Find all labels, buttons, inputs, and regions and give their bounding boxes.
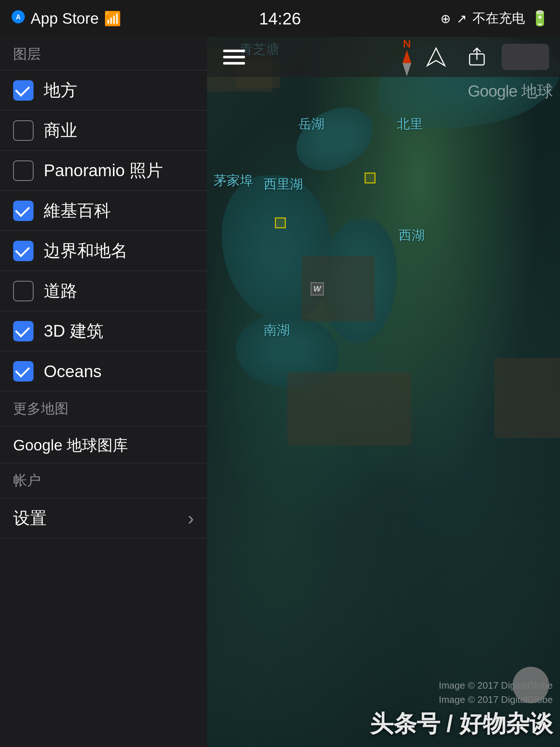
map-area[interactable]: N Google 地球 青芝塘 岳湖 北里 西里湖 (207, 37, 560, 747)
layer-roads-label: 道路 (44, 280, 77, 302)
bottom-watermark: 头条号 / 好物杂谈 (370, 708, 553, 740)
layer-local[interactable]: 地方 (0, 70, 207, 111)
layer-borders-label: 边界和地名 (44, 240, 128, 262)
sidebar: 图层 地方 商业 Panoramio 照片 維基百科 边界和地名 道路 3D 建… (0, 37, 207, 747)
marker-sq-2[interactable] (275, 217, 286, 228)
google-earth-watermark: Google 地球 (468, 81, 553, 102)
urban-patch-4 (494, 358, 560, 438)
search-box[interactable] (502, 44, 549, 70)
layer-business-label: 商业 (44, 119, 77, 142)
layer-oceans-label: Oceans (44, 361, 102, 381)
checkbox-borders[interactable] (13, 241, 34, 261)
battery-status-text: 不在充电 (472, 9, 525, 27)
label-xilihu: 西里湖 (264, 175, 303, 193)
toolbar-right: N (402, 38, 549, 76)
north-arrow-up (402, 50, 411, 63)
share-button[interactable] (461, 41, 493, 73)
battery-icon: 🔋 (531, 10, 549, 27)
label-maojiadang: 茅家埠 (214, 172, 253, 190)
location-button[interactable] (420, 41, 452, 73)
layer-business[interactable]: 商业 (0, 111, 207, 151)
layer-oceans[interactable]: Oceans (0, 351, 207, 391)
layer-panoramio-label: Panoramio 照片 (44, 159, 163, 182)
chevron-right-icon: › (188, 507, 194, 529)
checkbox-3d-buildings[interactable] (13, 321, 34, 341)
urban-patch-3 (287, 372, 411, 445)
north-label: N (403, 38, 411, 50)
more-maps-label: 更多地图 (13, 399, 69, 418)
layer-panoramio[interactable]: Panoramio 照片 (0, 151, 207, 191)
account-item[interactable]: 帐户 (0, 463, 207, 498)
settings-item[interactable]: 设置 › (0, 498, 207, 538)
wifi-icon: 📶 (104, 11, 121, 27)
checkbox-local[interactable] (13, 80, 34, 101)
label-nanhu: 南湖 (264, 321, 290, 339)
checkbox-oceans[interactable] (13, 361, 34, 382)
settings-label: 设置 (13, 507, 47, 530)
svg-rect-2 (223, 50, 245, 52)
label-xihu: 西湖 (398, 227, 425, 244)
location-service-icon: ⊕ (440, 11, 451, 26)
map-toolbar: N (207, 37, 560, 77)
marker-wikipedia[interactable]: W (311, 282, 324, 295)
checkbox-business[interactable] (13, 120, 34, 141)
status-left: A App Store 📶 (11, 9, 121, 28)
marker-sq-1[interactable] (365, 173, 376, 183)
north-arrow-down (402, 63, 411, 76)
layer-wikipedia[interactable]: 維基百科 (0, 191, 207, 231)
status-bar: A App Store 📶 14:26 ⊕ ↗ 不在充电 🔋 (0, 0, 560, 37)
checkbox-wikipedia[interactable] (13, 201, 34, 221)
app-name: App Store (31, 10, 99, 27)
layer-local-label: 地方 (44, 79, 77, 102)
layer-borders[interactable]: 边界和地名 (0, 231, 207, 271)
account-label: 帐户 (13, 471, 41, 490)
compass-button[interactable]: N (402, 38, 411, 76)
gallery-section: Google 地球图库 (0, 426, 207, 463)
menu-button[interactable] (218, 41, 250, 73)
layer-3d-buildings[interactable]: 3D 建筑 (0, 311, 207, 351)
status-time: 14:26 (259, 9, 301, 28)
layer-wikipedia-label: 維基百科 (44, 200, 111, 222)
more-maps-item[interactable]: 更多地图 (0, 391, 207, 426)
svg-marker-5 (427, 48, 445, 66)
arrow-location-icon: ↗ (456, 11, 467, 26)
checkbox-roads[interactable] (13, 281, 34, 301)
svg-rect-3 (223, 56, 245, 58)
gallery-label: Google 地球图库 (13, 437, 128, 454)
layers-header: 图层 (0, 37, 207, 70)
layer-roads[interactable]: 道路 (0, 271, 207, 311)
svg-rect-4 (223, 62, 245, 65)
app-store-icon: A (11, 9, 26, 28)
location-circle-button[interactable] (513, 667, 549, 703)
svg-text:A: A (16, 13, 21, 21)
checkbox-panoramio[interactable] (13, 160, 34, 181)
label-yuehu: 岳湖 (298, 115, 324, 133)
label-beili: 北里 (397, 115, 423, 133)
layer-3d-buildings-label: 3D 建筑 (44, 320, 104, 342)
status-right: ⊕ ↗ 不在充电 🔋 (440, 9, 549, 27)
